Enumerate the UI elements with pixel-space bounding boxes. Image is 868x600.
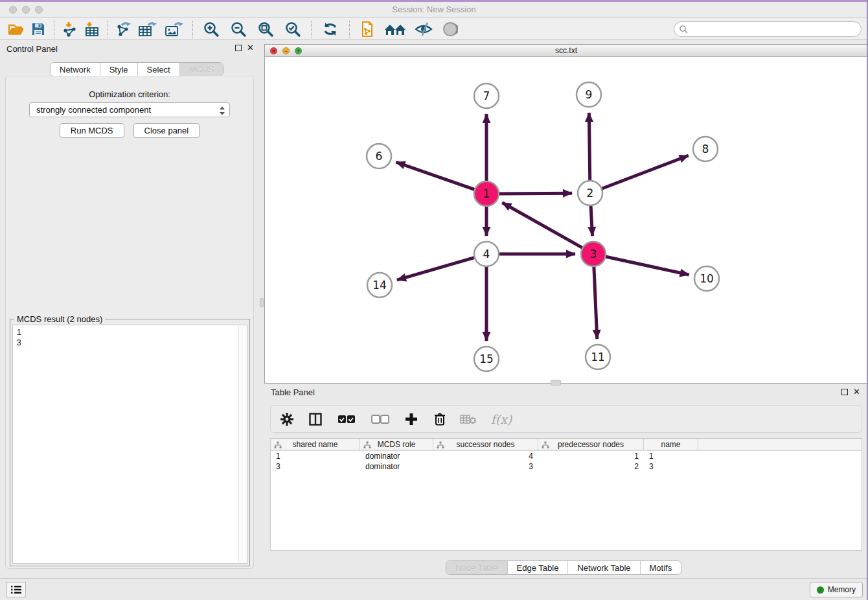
float-panel-icon[interactable] xyxy=(841,389,848,395)
edge-4-14[interactable] xyxy=(397,257,475,280)
edge-3-11[interactable] xyxy=(594,266,597,339)
edge-2-3[interactable] xyxy=(591,205,593,236)
float-panel-icon[interactable] xyxy=(235,45,242,51)
close-panel-icon[interactable]: ✕ xyxy=(247,45,254,51)
save-session-button[interactable] xyxy=(27,20,49,38)
graph-node-15[interactable]: 15 xyxy=(474,347,499,371)
export-network-button[interactable] xyxy=(113,20,135,38)
network-graph[interactable]: 1234678910111415 xyxy=(265,57,867,383)
tab-mcds[interactable]: MCDS xyxy=(179,63,223,76)
table-settings-button[interactable] xyxy=(277,410,297,429)
table-cell[interactable]: 3 xyxy=(433,461,538,472)
graph-node-1[interactable]: 1 xyxy=(474,181,499,206)
list-icon xyxy=(10,585,22,594)
table-cell[interactable]: 2 xyxy=(538,461,644,472)
graph-node-8[interactable]: 8 xyxy=(693,137,718,161)
graph-node-3[interactable]: 3 xyxy=(581,242,606,266)
tab-edge-table[interactable]: Edge Table xyxy=(507,561,568,574)
edge-3-10[interactable] xyxy=(606,257,689,275)
show-hide-graphics-button[interactable] xyxy=(410,20,437,38)
add-column-button[interactable] xyxy=(402,410,421,429)
table-cell[interactable]: 3 xyxy=(271,461,360,472)
horizontal-splitter-grip[interactable] xyxy=(551,380,561,386)
delete-table-button[interactable] xyxy=(459,410,478,429)
result-scrollbar[interactable] xyxy=(238,325,247,563)
table-cell[interactable]: dominator xyxy=(360,461,433,472)
network-canvas[interactable]: 1234678910111415 xyxy=(265,57,867,383)
open-session-button[interactable] xyxy=(5,20,27,38)
column-header-predecessor-nodes[interactable]: predecessor nodes xyxy=(538,439,644,450)
zoom-selected-button[interactable] xyxy=(279,20,306,38)
close-panel-button[interactable]: Close panel xyxy=(133,123,200,138)
graph-node-10[interactable]: 10 xyxy=(694,266,719,291)
table-cell[interactable]: 4 xyxy=(433,451,538,461)
edge-2-8[interactable] xyxy=(602,156,689,189)
control-panel-window-controls: ✕ xyxy=(235,45,254,51)
run-mcds-button[interactable]: Run MCDS xyxy=(60,123,124,138)
tab-network[interactable]: Network xyxy=(51,63,100,76)
split-columns-button[interactable] xyxy=(306,410,325,429)
zoom-in-button[interactable] xyxy=(198,20,225,38)
criterion-select[interactable]: strongly connected component xyxy=(29,102,230,117)
zoom-fit-button[interactable] xyxy=(252,20,279,38)
tab-style[interactable]: Style xyxy=(100,63,137,76)
tab-node-table[interactable]: Node Table xyxy=(446,561,507,574)
table-cell[interactable]: 1 xyxy=(538,451,644,461)
graph-node-4[interactable]: 4 xyxy=(474,242,499,266)
table-cell[interactable]: 1 xyxy=(644,451,698,461)
graph-node-14[interactable]: 14 xyxy=(367,273,392,297)
column-header-MCDS-role[interactable]: MCDS role xyxy=(360,439,433,450)
search-icon xyxy=(679,25,688,34)
select-all-button[interactable] xyxy=(334,410,359,429)
open-folder-icon xyxy=(8,22,25,36)
table-cell[interactable]: 1 xyxy=(271,451,360,461)
criterion-value: strongly connected component xyxy=(36,105,151,115)
export-image-button[interactable] xyxy=(161,20,188,38)
table-row[interactable]: 1dominator411 xyxy=(271,451,862,461)
graph-node-6[interactable]: 6 xyxy=(367,144,391,168)
zoom-out-button[interactable] xyxy=(225,20,252,38)
table-cell[interactable]: dominator xyxy=(360,451,433,461)
refresh-button[interactable] xyxy=(316,20,345,38)
graph-node-9[interactable]: 9 xyxy=(577,82,601,107)
graph-node-11[interactable]: 11 xyxy=(586,345,610,369)
search-input[interactable] xyxy=(674,21,862,37)
column-header-shared-name[interactable]: shared name xyxy=(271,439,360,450)
first-neighbors-button[interactable] xyxy=(380,20,410,38)
column-header-successor-nodes[interactable]: successor nodes xyxy=(433,439,538,450)
export-table-icon xyxy=(138,21,157,37)
network-window-titlebar[interactable]: ✕ − + scc.txt xyxy=(265,45,867,57)
main-toolbar xyxy=(0,18,868,40)
import-network-button[interactable] xyxy=(59,20,81,38)
edge-2-9[interactable] xyxy=(589,113,589,181)
column-header-name[interactable]: name xyxy=(644,439,698,450)
memory-button[interactable]: Memory xyxy=(810,582,863,597)
delete-table-icon xyxy=(460,414,477,424)
import-table-button[interactable] xyxy=(81,20,103,38)
table-row[interactable]: 3dominator323 xyxy=(271,461,862,472)
zoom-in-icon xyxy=(203,21,220,38)
edge-3-1[interactable] xyxy=(502,203,582,248)
toolbar-separator xyxy=(311,21,312,38)
export-table-button[interactable] xyxy=(135,20,161,38)
tab-network-table[interactable]: Network Table xyxy=(567,561,639,574)
edge-1-2[interactable] xyxy=(499,193,572,194)
tab-motifs[interactable]: Motifs xyxy=(640,561,681,574)
select-stepper-icon xyxy=(219,106,225,116)
table-cell[interactable]: 3 xyxy=(644,461,698,472)
task-history-button[interactable] xyxy=(6,582,26,597)
graph-node-7[interactable]: 7 xyxy=(474,84,499,108)
mcds-result-text[interactable]: 1 3 xyxy=(12,325,247,564)
unselect-all-button[interactable] xyxy=(368,410,393,429)
function-builder-button[interactable]: f(x) xyxy=(487,410,516,429)
splitter-grip[interactable] xyxy=(260,298,264,307)
vertical-splitter[interactable] xyxy=(259,40,264,578)
delete-column-button[interactable] xyxy=(430,410,450,429)
table-panel-window-controls: ✕ xyxy=(841,389,860,395)
edge-1-6[interactable] xyxy=(396,162,475,189)
birdseye-view-button[interactable] xyxy=(437,20,463,38)
graph-node-2[interactable]: 2 xyxy=(578,181,602,205)
close-panel-icon[interactable]: ✕ xyxy=(853,389,860,395)
tab-select[interactable]: Select xyxy=(137,63,179,76)
clone-network-button[interactable] xyxy=(354,20,380,38)
